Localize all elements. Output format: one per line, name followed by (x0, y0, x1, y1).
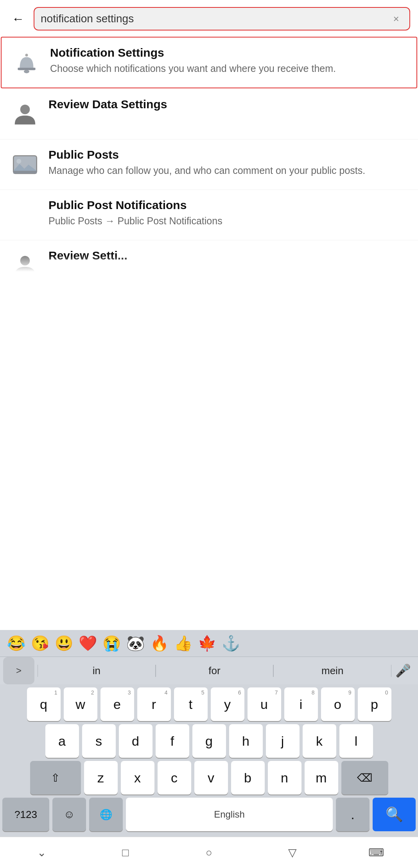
key-l[interactable]: l (339, 724, 373, 758)
emoji-label: ☺ (64, 808, 75, 821)
header: ← × (0, 0, 418, 36)
person-icon (9, 99, 41, 131)
notification-settings-text: Notification Settings Choose which notif… (50, 46, 407, 75)
placeholder-icon (9, 200, 41, 231)
results-list: Notification Settings Choose which notif… (0, 37, 418, 272)
public-posts-subtitle: Manage who can follow you, and who can c… (48, 164, 409, 177)
review-data-settings-text: Review Data Settings (48, 98, 409, 113)
search-bar: × (34, 7, 410, 30)
chevron-down-icon: ⌄ (37, 846, 46, 859)
emoji-maple[interactable]: 🍁 (196, 634, 218, 653)
key-row-2: a s d f g h j k l (2, 724, 416, 758)
key-k[interactable]: k (303, 724, 336, 758)
result-partial[interactable]: Review Setti... (0, 240, 418, 272)
emoji-laughing[interactable]: 😂 (5, 634, 27, 653)
key-t[interactable]: 5t (174, 687, 208, 721)
key-h[interactable]: h (229, 724, 263, 758)
key-i[interactable]: 8i (284, 687, 318, 721)
suggestions-expand-button[interactable]: > (3, 657, 34, 684)
key-y[interactable]: 6y (211, 687, 244, 721)
key-shift[interactable]: ⇧ (30, 761, 81, 795)
clear-button[interactable]: × (389, 12, 403, 26)
emoji-fire[interactable]: 🔥 (149, 634, 170, 653)
key-z[interactable]: z (84, 761, 118, 795)
search-input[interactable] (41, 13, 385, 25)
emoji-smile[interactable]: 😃 (53, 634, 75, 653)
emoji-thumbsup[interactable]: 👍 (172, 634, 194, 653)
back-button[interactable]: ← (8, 9, 28, 29)
square-icon: □ (122, 847, 129, 859)
nav-square[interactable]: □ (110, 841, 141, 864)
review-data-settings-title: Review Data Settings (48, 98, 409, 111)
public-posts-title: Public Posts (48, 148, 409, 161)
key-j[interactable]: j (266, 724, 300, 758)
key-n[interactable]: n (268, 761, 301, 795)
public-post-notifications-subtitle: Public Posts → Public Post Notifications (48, 214, 409, 228)
public-posts-text: Public Posts Manage who can follow you, … (48, 148, 409, 177)
key-q[interactable]: 1q (27, 687, 61, 721)
public-post-notifications-text: Public Post Notifications Public Posts →… (48, 199, 409, 228)
clear-icon: × (393, 13, 399, 25)
keyboard-icon: ⌨ (368, 846, 384, 859)
key-globe[interactable]: 🌐 (89, 798, 123, 831)
emoji-anchor[interactable]: ⚓ (220, 634, 242, 653)
key-delete[interactable]: ⌫ (341, 761, 388, 795)
notification-settings-subtitle: Choose which notifications you want and … (50, 62, 407, 75)
key-c[interactable]: c (158, 761, 191, 795)
key-d[interactable]: d (119, 724, 152, 758)
expand-icon: > (16, 665, 22, 676)
public-post-notifications-title: Public Post Notifications (48, 199, 409, 212)
back-arrow-icon: ← (12, 13, 24, 25)
key-e[interactable]: 3e (100, 687, 134, 721)
key-r[interactable]: 4r (137, 687, 171, 721)
emoji-kiss[interactable]: 😘 (29, 634, 51, 653)
key-space[interactable]: English (126, 798, 333, 831)
key-u[interactable]: 7u (248, 687, 281, 721)
notification-settings-title: Notification Settings (50, 46, 407, 59)
key-p[interactable]: 0p (358, 687, 391, 721)
key-x[interactable]: x (121, 761, 154, 795)
emoji-row: 😂 😘 😃 ❤️ 😭 🐼 🔥 👍 🍁 ⚓ (0, 630, 418, 657)
key-g[interactable]: g (192, 724, 226, 758)
search-icon: 🔍 (386, 806, 403, 823)
result-public-post-notifications[interactable]: Public Post Notifications Public Posts →… (0, 190, 418, 240)
suggestion-in[interactable]: in (38, 665, 156, 677)
emoji-heart[interactable]: ❤️ (77, 634, 99, 653)
globe-icon: 🌐 (100, 809, 112, 821)
key-s[interactable]: s (82, 724, 116, 758)
suggestions-row: > in for mein 🎤 (0, 657, 418, 684)
nav-triangle[interactable]: ▽ (277, 841, 308, 864)
key-m[interactable]: m (305, 761, 338, 795)
image-icon (9, 150, 41, 181)
nav-bar: ⌄ □ ○ ▽ ⌨ (0, 837, 418, 868)
key-a[interactable]: a (45, 724, 79, 758)
key-search[interactable]: 🔍 (373, 798, 416, 831)
keyboard: 😂 😘 😃 ❤️ 😭 🐼 🔥 👍 🍁 ⚓ > in for mein 🎤 1q … (0, 630, 418, 868)
emoji-panda[interactable]: 🐼 (125, 634, 146, 653)
result-notification-settings[interactable]: Notification Settings Choose which notif… (1, 37, 417, 88)
mic-button[interactable]: 🎤 (391, 659, 415, 682)
key-f[interactable]: f (156, 724, 189, 758)
key-num-toggle[interactable]: ?123 (2, 798, 49, 831)
emoji-cry[interactable]: 😭 (101, 634, 122, 653)
key-b[interactable]: b (231, 761, 265, 795)
nav-chevron-down[interactable]: ⌄ (26, 841, 57, 864)
key-row-bottom: ?123 ☺ 🌐 English . 🔍 (2, 798, 416, 831)
space-label: English (214, 809, 245, 820)
num-toggle-label: ?123 (14, 809, 37, 821)
nav-keyboard[interactable]: ⌨ (361, 841, 392, 864)
result-review-data-settings[interactable]: Review Data Settings (0, 89, 418, 140)
nav-circle[interactable]: ○ (193, 841, 224, 864)
suggestion-for[interactable]: for (156, 665, 274, 677)
key-emoji[interactable]: ☺ (52, 798, 86, 831)
suggestion-mein[interactable]: mein (273, 665, 391, 677)
keyboard-keys: 1q 2w 3e 4r 5t 6y 7u 8i 9o 0p a s d f g … (0, 684, 418, 837)
result-public-posts[interactable]: Public Posts Manage who can follow you, … (0, 140, 418, 190)
svg-point-0 (25, 54, 28, 57)
key-w[interactable]: 2w (64, 687, 97, 721)
key-period[interactable]: . (336, 798, 370, 831)
key-v[interactable]: v (194, 761, 228, 795)
key-row-1: 1q 2w 3e 4r 5t 6y 7u 8i 9o 0p (2, 687, 416, 721)
key-o[interactable]: 9o (321, 687, 355, 721)
circle-icon: ○ (206, 847, 212, 859)
